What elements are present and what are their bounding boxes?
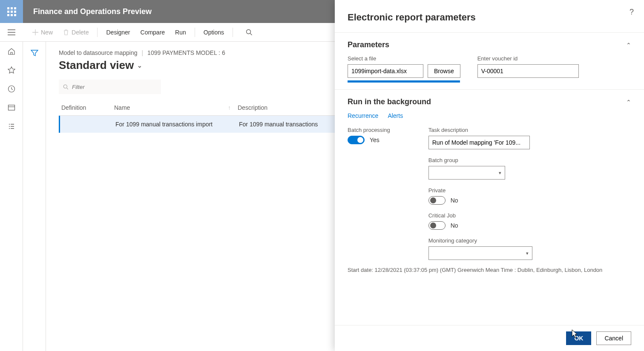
- filter-column: [23, 42, 46, 351]
- chevron-down-icon: ⌄: [137, 62, 142, 69]
- nav-sidebar: [0, 42, 23, 351]
- monitoring-field: Monitoring category ▾: [428, 237, 532, 260]
- section-parameters-header[interactable]: Parameters ⌃: [348, 40, 631, 49]
- nav-collapse-button[interactable]: [0, 29, 23, 35]
- svg-rect-2: [8, 105, 14, 110]
- nav-home[interactable]: [8, 48, 15, 55]
- col-header-definition[interactable]: Definition: [59, 104, 114, 111]
- voucher-input[interactable]: [477, 64, 579, 78]
- trash-icon: [63, 29, 69, 35]
- nav-modules[interactable]: [8, 123, 15, 130]
- nav-recent[interactable]: [8, 85, 15, 93]
- monitoring-select[interactable]: ▾: [428, 246, 532, 260]
- task-description-field: Task description: [428, 127, 532, 149]
- background-tabs: Recurrence Alerts: [348, 112, 631, 119]
- batch-group-select[interactable]: ▾: [428, 166, 505, 180]
- browse-button[interactable]: Browse: [428, 64, 460, 78]
- cancel-button[interactable]: Cancel: [596, 331, 631, 345]
- svg-point-3: [63, 85, 67, 88]
- task-description-input[interactable]: [428, 136, 530, 149]
- batch-processing-field: Batch processing Yes: [348, 127, 390, 144]
- nav-favorites[interactable]: [8, 66, 15, 74]
- chevron-up-icon: ⌃: [626, 99, 631, 106]
- breadcrumb-part2: 1099 PAYMENTS MODEL : 6: [147, 49, 225, 56]
- list-icon: [8, 123, 15, 130]
- filter-input[interactable]: [72, 84, 157, 90]
- batch-processing-toggle[interactable]: [348, 136, 365, 144]
- voucher-field: Enter voucher id: [477, 55, 579, 83]
- chevron-down-icon: ▾: [499, 170, 501, 176]
- search-icon: [246, 29, 253, 36]
- sort-asc-icon: ↑: [228, 104, 231, 111]
- section-background: Run in the background ⌃ Recurrence Alert…: [335, 89, 644, 263]
- toolbar-search[interactable]: [246, 29, 253, 36]
- grid-filter[interactable]: [59, 80, 161, 94]
- tab-recurrence[interactable]: Recurrence: [348, 112, 378, 119]
- select-file-input[interactable]: [348, 64, 423, 78]
- app-title: Finance and Operations Preview: [23, 7, 152, 16]
- new-button: New: [28, 26, 57, 38]
- col-header-name[interactable]: Name ↑: [114, 104, 238, 111]
- star-icon: [8, 66, 15, 74]
- dialog-title: Electronic report parameters: [335, 0, 644, 32]
- tab-alerts[interactable]: Alerts: [388, 112, 403, 119]
- delete-button: Delete: [59, 26, 93, 38]
- dialog-panel: ? Electronic report parameters Parameter…: [335, 0, 644, 351]
- section-parameters: Parameters ⌃ Select a file Browse Enter …: [335, 32, 644, 85]
- options-button[interactable]: Options: [199, 26, 228, 38]
- critical-field: Critical Job No: [428, 212, 532, 230]
- designer-button[interactable]: Designer: [102, 26, 134, 38]
- waffle-icon: [7, 7, 16, 16]
- app-launcher[interactable]: [0, 0, 23, 23]
- plus-icon: [32, 29, 38, 35]
- select-file-field: Select a file Browse: [348, 55, 460, 83]
- clock-icon: [8, 85, 15, 93]
- ok-button[interactable]: OK: [566, 331, 591, 345]
- section-background-header[interactable]: Run in the background ⌃: [348, 97, 631, 106]
- batch-group-field: Batch group ▾: [428, 157, 532, 180]
- nav-workspaces[interactable]: [8, 104, 15, 111]
- workspace-icon: [8, 104, 15, 111]
- chevron-up-icon: ⌃: [626, 42, 631, 49]
- start-date-note: Start date: 12/28/2021 (03:37:05 pm) (GM…: [335, 263, 644, 277]
- svg-point-0: [247, 29, 251, 34]
- home-icon: [8, 48, 15, 55]
- help-button[interactable]: ?: [630, 8, 634, 17]
- dialog-footer: OK Cancel: [335, 325, 644, 351]
- run-button[interactable]: Run: [171, 26, 190, 38]
- funnel-icon: [31, 49, 38, 57]
- private-toggle[interactable]: [428, 196, 446, 205]
- compare-button[interactable]: Compare: [136, 26, 170, 38]
- private-field: Private No: [428, 187, 532, 205]
- search-icon: [63, 84, 69, 90]
- critical-toggle[interactable]: [428, 221, 446, 230]
- chevron-down-icon: ▾: [526, 251, 529, 256]
- breadcrumb-part1: Model to datasource mapping: [59, 49, 137, 56]
- upload-progress: [348, 80, 460, 83]
- filter-pane-toggle[interactable]: [31, 49, 38, 351]
